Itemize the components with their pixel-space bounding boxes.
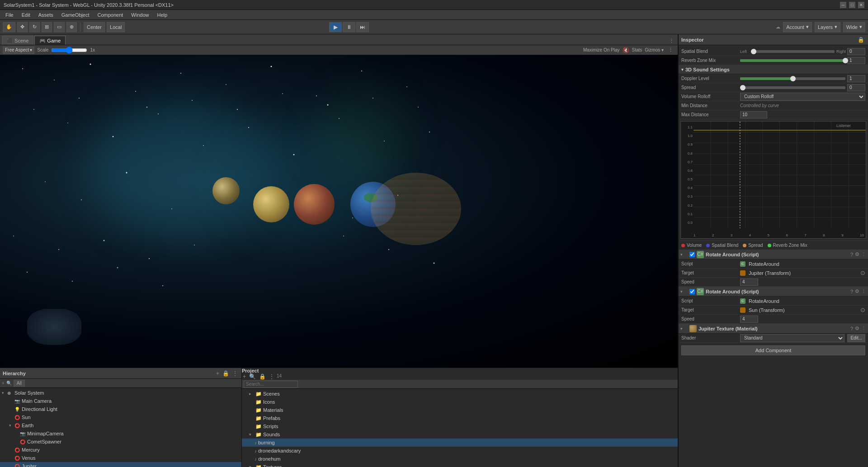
tab-more-btn[interactable]: ⋮ bbox=[667, 38, 676, 44]
menu-help[interactable]: Help bbox=[153, 10, 171, 20]
hierarchy-add-btn[interactable]: + bbox=[215, 370, 220, 377]
project-search-input[interactable] bbox=[244, 381, 298, 388]
window-controls[interactable]: ─ □ ✕ bbox=[840, 2, 864, 8]
layers-dropdown[interactable]: Layers ▾ bbox=[815, 22, 840, 32]
scale-slider[interactable] bbox=[51, 47, 87, 53]
step-btn[interactable]: ⏭ bbox=[356, 22, 369, 32]
project-item-burning[interactable]: ♪ burning bbox=[242, 439, 678, 447]
jupiter-material-header[interactable]: ▾ Jupiter Texture (Material) ? ⚙ ⋮ bbox=[679, 324, 868, 334]
hierarchy-item-comet-spawner[interactable]: ⭕ CometSpawner bbox=[0, 438, 241, 446]
volume-rolloff-dropdown[interactable]: Custom Rolloff Linear Rolloff Logarithmi… bbox=[740, 93, 865, 101]
solar-system-expand-arrow[interactable]: ▾ bbox=[2, 391, 7, 395]
edit-shader-btn[interactable]: Edit... bbox=[847, 334, 865, 342]
rotate-script-2-enabled-checkbox[interactable] bbox=[689, 289, 695, 294]
stats-btn[interactable]: Stats bbox=[632, 47, 642, 52]
game-more-btn[interactable]: ⋮ bbox=[666, 47, 675, 53]
rotate-1-speed-input[interactable]: 4 bbox=[740, 278, 758, 286]
hierarchy-item-minimap-camera[interactable]: 📷 MinimapCamera bbox=[0, 429, 241, 438]
menu-window[interactable]: Window bbox=[127, 10, 152, 20]
minimize-btn[interactable]: ─ bbox=[840, 2, 846, 8]
max-distance-input[interactable]: 10 bbox=[740, 111, 767, 118]
shader-dropdown[interactable]: Standard bbox=[740, 334, 844, 342]
rotate-tool-btn[interactable]: ↻ bbox=[29, 22, 40, 32]
earth-expand-arrow[interactable]: ▾ bbox=[9, 423, 14, 428]
move-tool-btn[interactable]: ✥ bbox=[17, 22, 28, 32]
rotate-around-2-header[interactable]: ▾ C# Rotate Around (Script) ? ⚙ ⋮ bbox=[679, 287, 868, 297]
project-item-textures[interactable]: ▾ 📁 Textures bbox=[242, 463, 678, 467]
scale-tool-btn[interactable]: ⊞ bbox=[42, 22, 52, 32]
hierarchy-item-directional-light[interactable]: 💡 Directional Light bbox=[0, 405, 241, 413]
rotate-script-1-enabled-checkbox[interactable] bbox=[689, 252, 695, 257]
menu-assets[interactable]: Assets bbox=[35, 10, 57, 20]
hierarchy-item-sun[interactable]: ⭕ Sun bbox=[0, 413, 241, 421]
rotate-script-2-help-btn[interactable]: ? bbox=[850, 288, 853, 294]
sound-settings-section[interactable]: ▾ 3D Sound Settings bbox=[679, 65, 868, 74]
reverb-zone-mix-input[interactable]: 1 bbox=[847, 57, 865, 64]
doppler-level-slider[interactable] bbox=[740, 77, 845, 80]
reverb-zone-mix-slider[interactable] bbox=[740, 59, 845, 62]
hierarchy-item-mercury[interactable]: ⭕ Mercury bbox=[0, 446, 241, 454]
rotate-script-1-expand[interactable]: ▾ bbox=[680, 250, 689, 259]
maximize-on-play-btn[interactable]: Maximize On Play bbox=[583, 47, 620, 52]
center-btn[interactable]: Center bbox=[84, 22, 105, 32]
rotate-script-1-more-btn[interactable]: ⋮ bbox=[861, 251, 866, 257]
pause-btn[interactable]: ⏸ bbox=[343, 22, 355, 32]
hierarchy-item-main-camera[interactable]: 📷 Main Camera bbox=[0, 397, 241, 405]
menu-component[interactable]: Component bbox=[94, 10, 127, 20]
rotate-around-1-header[interactable]: ▾ C# Rotate Around (Script) ? ⚙ ⋮ bbox=[679, 250, 868, 259]
project-add-btn[interactable]: + bbox=[242, 373, 247, 380]
inspector-lock-btn[interactable]: 🔒 bbox=[857, 37, 865, 43]
spatial-blend-input[interactable]: 0 bbox=[847, 48, 865, 55]
doppler-level-input[interactable]: 1 bbox=[847, 75, 865, 82]
project-item-prefabs[interactable]: 📁 Prefabs bbox=[242, 414, 678, 422]
maximize-btn[interactable]: □ bbox=[849, 2, 855, 8]
project-item-dronedark[interactable]: ♪ dronedarkandscary bbox=[242, 447, 678, 455]
material-settings-btn[interactable]: ⚙ bbox=[855, 325, 859, 331]
spread-input[interactable]: 0 bbox=[847, 84, 865, 91]
game-tab[interactable]: 🎮 Game bbox=[34, 36, 66, 45]
project-search-btn[interactable]: 🔍 bbox=[248, 373, 257, 380]
rotate-1-target-select-btn[interactable]: ⊙ bbox=[860, 269, 865, 276]
transform-tool-btn[interactable]: ⊕ bbox=[66, 22, 77, 32]
material-help-btn[interactable]: ? bbox=[850, 325, 853, 331]
rect-tool-btn[interactable]: ▭ bbox=[54, 22, 65, 32]
rotate-script-2-more-btn[interactable]: ⋮ bbox=[861, 288, 866, 294]
project-item-icons[interactable]: 📁 Icons bbox=[242, 398, 678, 406]
hand-tool-btn[interactable]: ✋ bbox=[3, 22, 15, 32]
project-more-btn[interactable]: ⋮ bbox=[268, 373, 275, 380]
rotate-script-1-help-btn[interactable]: ? bbox=[850, 251, 853, 257]
hierarchy-item-jupiter[interactable]: ⭕ Jupiter bbox=[0, 462, 241, 467]
spatial-blend-slider[interactable] bbox=[751, 50, 835, 53]
project-item-scripts[interactable]: 📁 Scripts bbox=[242, 422, 678, 430]
add-component-btn[interactable]: Add Component bbox=[681, 345, 865, 355]
project-item-scenes[interactable]: ▸ 📁 Scenes bbox=[242, 390, 678, 398]
close-btn[interactable]: ✕ bbox=[858, 2, 864, 8]
rotate-script-1-settings-btn[interactable]: ⚙ bbox=[855, 251, 859, 257]
account-dropdown[interactable]: Account ▾ bbox=[783, 22, 812, 32]
hierarchy-item-venus[interactable]: ⭕ Venus bbox=[0, 454, 241, 462]
mute-icon[interactable]: 🔇 bbox=[623, 47, 629, 53]
rotate-2-target-select-btn[interactable]: ⊙ bbox=[860, 307, 865, 313]
menu-edit[interactable]: Edit bbox=[18, 10, 34, 20]
free-aspect-dropdown[interactable]: Free Aspect ▾ bbox=[3, 47, 34, 54]
hierarchy-more-btn[interactable]: ⋮ bbox=[231, 370, 239, 377]
project-item-dronehum[interactable]: ♪ dronehum bbox=[242, 455, 678, 463]
hierarchy-item-earth[interactable]: ▾ ⭕ Earth bbox=[0, 421, 241, 429]
add-small-btn[interactable]: + bbox=[2, 381, 5, 386]
rotate-script-2-settings-btn[interactable]: ⚙ bbox=[855, 288, 859, 294]
wide-dropdown[interactable]: Wide ▾ bbox=[843, 22, 865, 32]
project-item-sounds[interactable]: ▾ 📁 Sounds bbox=[242, 430, 678, 439]
rotate-script-2-expand[interactable]: ▾ bbox=[680, 287, 689, 296]
project-lock-btn[interactable]: 🔒 bbox=[258, 373, 267, 380]
hierarchy-lock-btn[interactable]: 🔒 bbox=[222, 370, 230, 377]
spread-slider[interactable] bbox=[740, 86, 845, 89]
hierarchy-item-solar-system[interactable]: ▾ ⊕ Solar System bbox=[0, 389, 241, 397]
material-more-btn[interactable]: ⋮ bbox=[861, 325, 866, 331]
play-btn[interactable]: ▶ bbox=[329, 22, 342, 32]
search-all-btn[interactable]: All bbox=[14, 380, 25, 387]
menu-gameobject[interactable]: GameObject bbox=[58, 10, 93, 20]
material-expand[interactable]: ▾ bbox=[680, 324, 689, 333]
scene-tab[interactable]: ⬛ Scene bbox=[2, 36, 33, 45]
gizmos-dropdown[interactable]: Gizmos ▾ bbox=[645, 47, 664, 52]
rotate-2-speed-input[interactable]: 4 bbox=[740, 316, 758, 323]
